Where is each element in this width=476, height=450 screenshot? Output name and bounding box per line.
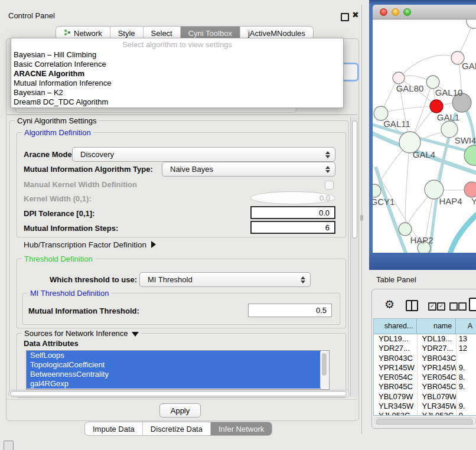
attribute-item[interactable]: SelfLoops	[27, 351, 321, 360]
tab-label: Discretize Data	[151, 425, 203, 433]
tab-label: Select	[151, 29, 172, 38]
algorithm-option[interactable]: ARACNE Algorithm	[11, 69, 343, 79]
table-row[interactable]: YBL079WYBL079W	[374, 392, 476, 402]
network-node[interactable]	[467, 19, 476, 28]
which-threshold-select[interactable]: MI Threshold	[139, 272, 311, 287]
attribute-item[interactable]: gal4RGexp	[27, 379, 321, 389]
manual-kernel-checkbox[interactable]	[325, 181, 334, 190]
column-header[interactable]: name	[417, 319, 456, 334]
table-row[interactable]: YJL053CYJL053C0.	[374, 411, 476, 416]
tab-infer-network[interactable]: Infer Network	[210, 422, 272, 435]
table-cell: 12	[457, 344, 476, 353]
panel-splitter-handle[interactable]	[360, 215, 363, 221]
scrollbar-thumb[interactable]	[352, 120, 357, 239]
algorithm-option[interactable]: Bayesian – K2	[11, 88, 343, 97]
node-table[interactable]: shared...nameA YDL19...YDL19...13YDR27..…	[373, 318, 476, 416]
mi-type-label: Mutual Information Algorithm Type:	[24, 165, 153, 174]
tab-label: jActiveMNodules	[248, 29, 305, 38]
network-node[interactable]	[464, 182, 476, 197]
hub-definition-toggle[interactable]: Hub/Transcription Factor Definition	[24, 240, 156, 249]
mi-threshold-group-title: MI Threshold Definition	[28, 289, 111, 298]
network-node[interactable]	[393, 72, 405, 84]
network-node[interactable]	[399, 223, 412, 236]
table-row[interactable]: YLR345WYLR345W9.	[374, 402, 476, 411]
algorithm-option[interactable]: Mutual Information Inference	[11, 79, 343, 88]
table-cell: YDL19...	[374, 334, 418, 344]
hub-definition-label: Hub/Transcription Factor Definition	[24, 240, 146, 249]
network-node[interactable]	[373, 184, 381, 197]
table-cell: 13	[457, 334, 476, 344]
mi-steps-field[interactable]	[250, 221, 335, 234]
split-view-icon[interactable]	[406, 300, 418, 311]
table-row[interactable]: YBR043CYBR043C	[374, 354, 476, 363]
column-header[interactable]: A	[456, 319, 476, 334]
table-row[interactable]: YBR045CYBR045C9.	[374, 382, 476, 392]
dock-panel-icon[interactable]	[4, 441, 14, 450]
zoom-traffic-button[interactable]	[403, 8, 411, 16]
algorithm-option[interactable]: Bayesian – Hill Climbing	[11, 50, 343, 60]
table-cell: YBR043C	[374, 354, 418, 363]
network-edge	[381, 106, 436, 113]
network-canvas[interactable]: GAL80GALGAL10GAL1GAL11SWI4GAL4GCY1HAP4YH…	[373, 19, 476, 253]
node-label: GAL11	[383, 119, 410, 129]
tab-discretize-data[interactable]: Discretize Data	[142, 422, 210, 435]
spinner-arrows-icon	[325, 151, 330, 158]
settings-hscrollbar[interactable]	[8, 390, 350, 397]
which-threshold-label: Which threshold to use:	[50, 275, 137, 284]
document-icon[interactable]	[469, 298, 476, 311]
table-cell: 8.	[457, 373, 476, 382]
minimize-traffic-button[interactable]	[392, 8, 399, 16]
table-row[interactable]: YER054CYER054C8.	[374, 373, 476, 382]
sources-group-title[interactable]: Sources for Network Inference	[22, 329, 141, 338]
network-node[interactable]	[430, 100, 443, 113]
table-cell: YJL053C	[418, 411, 457, 416]
mi-type-select[interactable]: Naive Bayes	[162, 162, 335, 177]
network-node[interactable]	[464, 145, 476, 165]
node-label: Y	[471, 196, 476, 206]
float-window-icon[interactable]	[341, 13, 349, 21]
table-cell	[457, 354, 476, 363]
attribute-item[interactable]: TopologicalCoefficient	[27, 360, 321, 370]
table-cell: YJL053C	[374, 411, 418, 416]
checked-box-icon[interactable]: ✓	[437, 302, 445, 311]
scrollbar-thumb[interactable]	[10, 391, 347, 396]
table-cell: YER054C	[374, 373, 418, 382]
tab-impute-data[interactable]: Impute Data	[85, 422, 142, 435]
network-window: GAL80GALGAL10GAL1GAL11SWI4GAL4GCY1HAP4YH…	[369, 0, 476, 270]
aracne-mode-select[interactable]: Discovery	[72, 147, 335, 162]
table-cell: YPR145W	[374, 363, 418, 373]
close-traffic-button[interactable]	[380, 8, 387, 16]
table-hscrollbar[interactable]	[374, 418, 476, 425]
algorithm-option[interactable]: Basic Correlation Inference	[11, 60, 343, 69]
threshold-definition-title: Threshold Definition	[22, 255, 95, 263]
table-row[interactable]: YDR27...YDR27...12	[374, 344, 476, 353]
node-label: GAL10	[435, 87, 463, 97]
table-cell: 9.	[457, 382, 476, 392]
unchecked-box-icon[interactable]	[458, 302, 467, 311]
network-node[interactable]	[426, 76, 439, 89]
algorithm-option[interactable]: Dream8 DC_TDC Algorithm	[11, 97, 343, 107]
settings-scrollbar[interactable]	[350, 117, 358, 397]
dpi-tolerance-field[interactable]	[250, 206, 335, 219]
table-row[interactable]: YPR145WYPR145W9.	[374, 363, 476, 373]
column-header[interactable]: shared...	[374, 319, 417, 334]
mi-type-value: Naive Bayes	[170, 165, 213, 174]
list-scrollbar[interactable]	[320, 351, 328, 388]
mi-threshold-field[interactable]	[248, 304, 332, 317]
gear-icon[interactable]: ⚙	[384, 298, 395, 311]
kernel-width-field[interactable]	[250, 191, 335, 204]
algorithm-definition-title: Algorithm Definition	[22, 128, 93, 137]
network-window-titlebar[interactable]	[373, 5, 476, 19]
scrollbar-thumb[interactable]	[376, 419, 473, 425]
unchecked-box-icon[interactable]	[449, 302, 458, 311]
network-tab-icon	[64, 29, 71, 38]
network-edge	[399, 56, 458, 78]
aracne-mode-value: Discovery	[80, 150, 114, 159]
table-row[interactable]: YDL19...YDL19...13	[374, 334, 476, 344]
apply-button[interactable]: Apply	[159, 403, 201, 418]
attribute-item[interactable]: BetweennessCentrality	[27, 370, 321, 379]
close-icon[interactable]: ✖	[352, 10, 359, 19]
panel-divider	[6, 115, 357, 116]
checked-box-icon[interactable]: ✓	[428, 302, 436, 311]
table-cell: YDR27...	[418, 344, 457, 353]
